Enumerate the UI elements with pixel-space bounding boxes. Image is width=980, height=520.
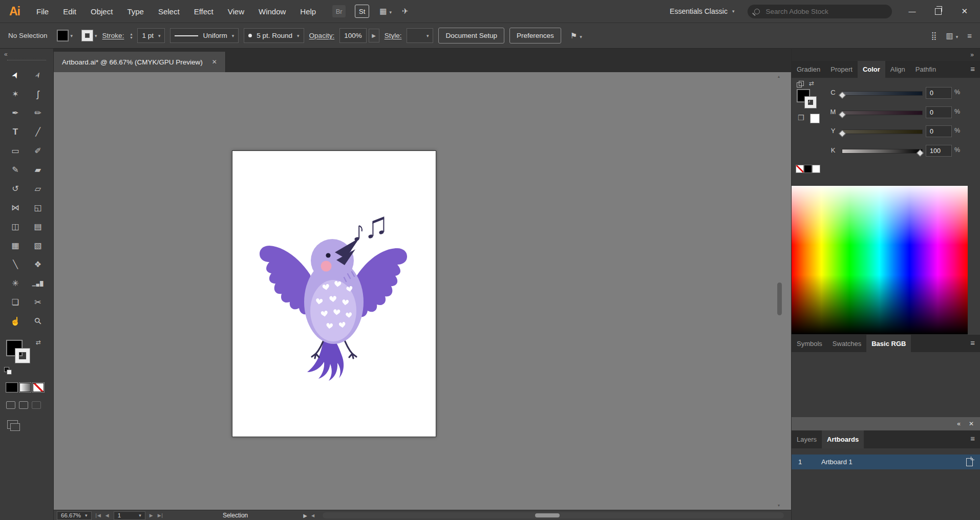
scale-tool[interactable]: ▱ [27,179,49,198]
opacity-value-field[interactable]: 100% [339,28,367,43]
scroll-down-icon[interactable]: ▾ [778,503,780,508]
preferences-button[interactable]: Preferences [509,28,561,44]
artboard-navigation-dropdown[interactable]: 1 ▾ [114,511,145,520]
tab-pathfinder[interactable]: Pathfin [910,61,941,78]
none-button[interactable] [33,383,44,392]
draw-normal-icon[interactable] [6,401,15,409]
opacity-flyout-arrow[interactable]: ▶ [369,29,379,42]
menu-edit[interactable]: Edit [56,7,83,16]
line-segment-tool[interactable]: ╱ [27,122,49,141]
previous-artboard-icon[interactable]: ◀ [105,513,110,518]
artboard-name[interactable]: Artboard 1 [821,458,980,466]
gradient-button[interactable] [19,383,31,392]
hand-tool[interactable]: ☝ [4,312,27,331]
expand-panels-icon[interactable]: » [970,51,974,58]
tab-swatches[interactable]: Swatches [827,335,866,352]
artboard-tool[interactable]: ❏ [4,293,27,312]
fill-swatch[interactable] [57,30,69,41]
menu-view[interactable]: View [221,7,251,16]
tab-symbols[interactable]: Symbols [792,335,827,352]
width-profile-dropdown[interactable]: Uniform ▾ [170,28,239,43]
touch-workspace-icon[interactable]: ⚑▾ [570,31,582,40]
draw-inside-icon[interactable] [32,401,41,409]
column-graph-tool[interactable]: ▁▄█ [27,274,49,293]
shape-builder-tool[interactable]: ◫ [4,217,27,236]
zoom-tool[interactable]: ⚲ [27,312,49,331]
tab-basic-rgb[interactable]: Basic RGB [866,335,911,352]
first-artboard-icon[interactable]: |◀ [96,513,101,518]
black-swatch[interactable] [804,165,812,173]
free-transform-tool[interactable]: ◱ [27,198,49,217]
next-artboard-icon[interactable]: ▶ [150,513,154,518]
menu-type[interactable]: Type [120,7,151,16]
eraser-tool[interactable]: ▰ [27,160,49,179]
panel-menu-icon[interactable]: ≡ [970,434,975,443]
status-flyout-icon[interactable]: ▶ [303,513,307,518]
toolbar-grip[interactable] [7,60,46,61]
search-input[interactable] [764,7,885,16]
curvature-tool[interactable]: ✏ [27,103,49,122]
artboard-row[interactable]: 1 Artboard 1 [792,454,980,469]
eyedropper-tool[interactable]: ╲ [4,255,27,274]
bird-artwork[interactable] [232,151,436,437]
stroke-weight-stepper[interactable]: ▴ ▾ [130,32,132,39]
canvas[interactable]: ▴ ▾ [54,72,791,510]
stroke-color-picker[interactable]: ▾ [82,30,97,41]
style-dropdown[interactable]: ▾ [407,28,433,43]
scroll-left-icon[interactable]: ◀ [311,513,314,518]
magenta-value-field[interactable]: 0 [926,106,952,118]
share-plane-icon[interactable]: ✈ [402,7,409,16]
close-panel-icon[interactable]: ✕ [969,420,974,427]
menu-file[interactable]: File [29,7,56,16]
tab-color[interactable]: Color [858,61,885,78]
menu-effect[interactable]: Effect [187,7,221,16]
stroke-weight-dropdown[interactable]: 1 pt ▾ [137,28,165,43]
black-value-field[interactable]: 100 [926,145,952,157]
panel-menu-icon[interactable]: ≡ [970,64,975,73]
slice-tool[interactable]: ✂ [27,293,49,312]
menu-window[interactable]: Window [251,7,293,16]
document-setup-button[interactable]: Document Setup [438,28,504,44]
pencil-tool[interactable]: ✎ [4,160,27,179]
last-artboard-icon[interactable]: ▶| [158,513,163,518]
selection-tool[interactable]: ➤ [4,66,27,84]
default-fill-stroke-icon[interactable] [4,367,12,375]
symbol-sprayer-tool[interactable]: ✳ [4,274,27,293]
toolbar-collapse-icon[interactable]: « [0,49,53,58]
workspace-switcher[interactable]: Essentials Classic ▾ [670,7,734,15]
zoom-level-dropdown[interactable]: 66.67% ▾ [57,511,92,520]
color-button[interactable] [6,383,17,392]
close-button[interactable]: ✕ [961,7,968,16]
panel-menu-icon[interactable]: ≡ [967,31,972,40]
rotate-tool[interactable]: ↺ [4,179,27,198]
rectangle-tool[interactable]: ▭ [4,141,27,160]
tab-layers[interactable]: Layers [792,430,822,448]
tab-align[interactable]: Align [885,61,910,78]
stroke-panel-link[interactable]: Stroke: [102,32,124,39]
type-tool[interactable]: T [4,122,27,141]
dots-grid-icon[interactable]: ⣿ [931,31,937,40]
perspective-grid-tool[interactable]: ▤ [27,217,49,236]
vertical-scrollbar[interactable]: ▴ ▾ [776,74,783,508]
artboard-options-icon[interactable] [966,458,973,466]
cyan-value-field[interactable]: 0 [926,87,952,99]
menu-object[interactable]: Object [83,7,120,16]
magenta-slider[interactable] [842,111,923,115]
white-swatch[interactable] [812,165,820,173]
vertical-scroll-thumb[interactable] [777,283,782,315]
menu-help[interactable]: Help [293,7,323,16]
horizontal-scroll-thumb[interactable] [535,513,560,517]
stroke-swatch[interactable] [82,30,93,41]
swap-fill-stroke-icon[interactable]: ⇄ [809,80,814,87]
style-panel-link[interactable]: Style: [385,32,402,39]
magic-wand-tool[interactable]: ✶ [4,84,27,103]
change-screen-mode-icon[interactable] [7,420,18,429]
blend-tool[interactable]: ❖ [27,255,49,274]
black-slider[interactable] [842,149,923,154]
bridge-badge[interactable]: Br [332,5,346,17]
pen-tool[interactable]: ✒ [4,103,27,122]
workspace-grid-icon[interactable]: ▦▾ [379,7,392,16]
paintbrush-tool[interactable]: ✐ [27,141,49,160]
cyan-slider[interactable] [842,91,923,96]
draw-behind-icon[interactable] [19,401,28,409]
